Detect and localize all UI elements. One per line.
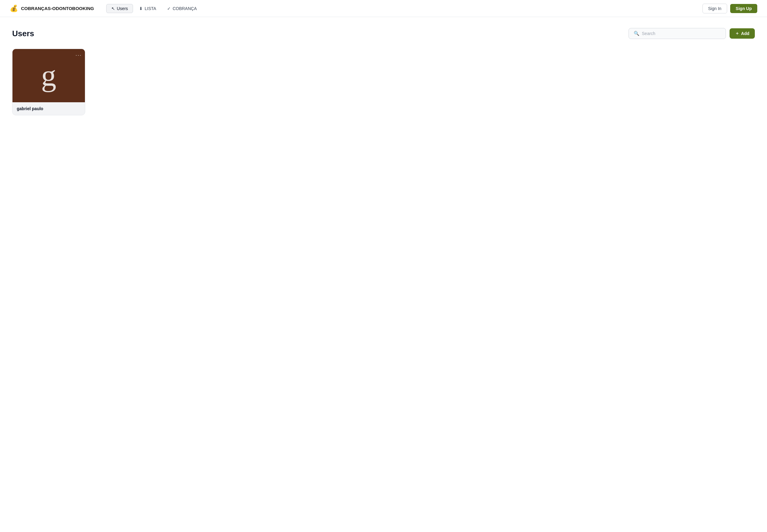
sign-up-button[interactable]: Sign Up [730, 4, 757, 13]
page-header: Users 🔍 ＋ Add [12, 28, 755, 39]
user-card-name: gabriel paulo [17, 106, 43, 111]
navbar-nav: ↖ Users ⬇ LISTA ✓ COBRANÇA [106, 4, 702, 13]
add-icon: ＋ [735, 31, 739, 36]
brand-icon: 💰 [10, 5, 18, 12]
users-nav-icon: ↖ [111, 6, 115, 11]
nav-item-users[interactable]: ↖ Users [106, 4, 133, 13]
sign-in-button[interactable]: Sign In [702, 4, 727, 13]
main-content: Users 🔍 ＋ Add g ··· gabriel paulo [0, 17, 767, 126]
cobranca-nav-icon: ✓ [167, 6, 171, 11]
users-grid: g ··· gabriel paulo [12, 49, 755, 115]
nav-item-users-label: Users [117, 6, 128, 11]
nav-item-lista-label: LISTA [145, 6, 156, 11]
nav-item-lista[interactable]: ⬇ LISTA [134, 4, 161, 13]
user-card-image: g ··· [12, 49, 85, 102]
navbar: 💰 COBRANÇAS-ODONTOBOOKING ↖ Users ⬇ LIST… [0, 0, 767, 17]
user-card-letter: g [41, 61, 56, 91]
search-bar: 🔍 [629, 28, 726, 39]
lista-nav-icon: ⬇ [139, 6, 143, 11]
user-card[interactable]: g ··· gabriel paulo [12, 49, 85, 115]
navbar-actions: Sign In Sign Up [702, 4, 757, 13]
user-card-menu-icon[interactable]: ··· [75, 52, 82, 58]
user-card-info: gabriel paulo [12, 102, 85, 115]
add-button-label: Add [741, 31, 749, 36]
nav-item-cobranca[interactable]: ✓ COBRANÇA [162, 4, 201, 13]
brand-link[interactable]: 💰 COBRANÇAS-ODONTOBOOKING [10, 5, 94, 12]
search-icon: 🔍 [634, 31, 639, 36]
page-title: Users [12, 29, 34, 38]
search-input[interactable] [642, 31, 721, 36]
header-right: 🔍 ＋ Add [629, 28, 755, 39]
brand-name: COBRANÇAS-ODONTOBOOKING [21, 6, 94, 11]
nav-item-cobranca-label: COBRANÇA [173, 6, 197, 11]
add-button[interactable]: ＋ Add [730, 28, 755, 39]
